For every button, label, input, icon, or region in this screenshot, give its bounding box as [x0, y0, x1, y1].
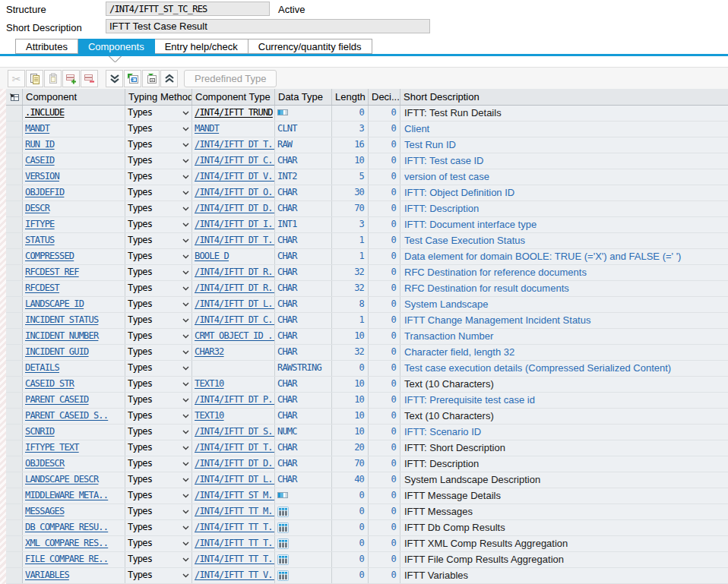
row-selector[interactable]	[6, 425, 23, 440]
description-cell[interactable]: IFTT File Comp Results Aggregation	[400, 552, 728, 567]
component-link[interactable]: INCIDENT_NUMBER	[25, 330, 98, 341]
component-type-link[interactable]: /INT4/IFTT_TT_T..	[195, 554, 275, 564]
component-link[interactable]: VERSION	[25, 171, 59, 182]
description-cell[interactable]: IFTT: Short Description	[400, 440, 728, 456]
component-type-link[interactable]: /INT4/IFTT_DT_T..	[195, 442, 275, 453]
component-type-link[interactable]: /INT4/IFTT_TT_T..	[195, 538, 275, 548]
typing-method-dropdown[interactable]: Types	[125, 313, 192, 328]
typing-method-dropdown[interactable]: Types	[125, 488, 192, 504]
typing-method-dropdown[interactable]: Types	[125, 440, 192, 456]
row-selector[interactable]	[6, 185, 23, 200]
component-link[interactable]: IFTYPE_TEXT	[25, 442, 79, 453]
component-type-link[interactable]: /INT4/IFTT_DT_R..	[195, 267, 275, 277]
row-selector[interactable]	[6, 233, 23, 248]
component-type-link[interactable]: /INT4/IFTT_DT_I..	[195, 219, 275, 229]
component-type-link[interactable]: CHAR32	[195, 346, 224, 357]
description-cell[interactable]: IFTT Db Comp Results	[400, 520, 728, 535]
row-selector[interactable]	[6, 552, 23, 567]
typing-method-dropdown[interactable]: Types	[125, 472, 192, 488]
copy-button[interactable]	[26, 70, 43, 87]
row-selector[interactable]	[6, 201, 23, 216]
row-selector[interactable]	[6, 137, 23, 153]
row-selector[interactable]	[6, 488, 23, 504]
typing-method-dropdown[interactable]: Types	[125, 393, 192, 408]
delete-row-button[interactable]	[81, 70, 98, 87]
description-cell[interactable]: IFTT Variables	[400, 568, 728, 583]
typing-method-dropdown[interactable]: Types	[125, 201, 192, 216]
component-link[interactable]: MIDDLEWARE_META..	[25, 490, 108, 500]
component-link[interactable]: RFCDEST	[25, 283, 59, 293]
row-selector[interactable]	[6, 393, 23, 408]
component-link[interactable]: .INCLUDE	[25, 107, 64, 118]
row-selector[interactable]	[6, 377, 23, 392]
component-link[interactable]: PARENT_CASEID_S..	[25, 410, 108, 421]
tab-attributes[interactable]: Attributes	[15, 39, 78, 54]
typing-method-dropdown[interactable]: Types	[125, 169, 192, 185]
select-all-cell[interactable]	[6, 89, 23, 105]
typing-method-dropdown[interactable]: Types	[125, 329, 192, 344]
component-type-link[interactable]: /INT4/IFTT_DT_R..	[195, 283, 275, 293]
typing-method-dropdown[interactable]: Types	[125, 520, 192, 535]
component-type-link[interactable]: /INT4/IFTT_DT_L..	[195, 298, 275, 309]
typing-method-dropdown[interactable]: Types	[125, 265, 192, 280]
component-type-link[interactable]: /INT4/IFTT_TT_T..	[195, 522, 275, 532]
typing-method-dropdown[interactable]: Types	[125, 504, 192, 519]
component-link[interactable]: SCNRID	[25, 426, 55, 437]
component-type-link[interactable]: /INT4/IFTT_DT_D..	[195, 458, 275, 469]
component-link[interactable]: FILE_COMPARE_RE..	[25, 554, 108, 564]
predefined-type-button[interactable]: Predefined Type	[184, 70, 277, 87]
typing-method-dropdown[interactable]: Types	[125, 233, 192, 248]
row-selector[interactable]	[6, 313, 23, 328]
move-top-button[interactable]	[160, 70, 178, 87]
row-selector[interactable]	[6, 281, 23, 296]
short-description-input[interactable]: IFTT Test Case Result	[106, 19, 430, 33]
description-cell[interactable]: IFTT XML Comp Results Aggregation	[400, 536, 728, 551]
description-cell[interactable]: IFTT Messages	[400, 504, 728, 519]
row-selector[interactable]	[6, 217, 23, 232]
row-selector[interactable]	[6, 122, 23, 137]
row-selector[interactable]	[6, 345, 23, 360]
insert-row-button[interactable]	[62, 70, 80, 87]
description-cell[interactable]: Text (10 Characters)	[400, 409, 728, 424]
typing-method-dropdown[interactable]: Types	[125, 185, 192, 200]
component-type-link[interactable]: /INT4/IFTT_DT_C..	[195, 314, 275, 325]
tab-components[interactable]: Components	[78, 39, 155, 54]
component-link[interactable]: STATUS	[25, 235, 55, 245]
component-type-link[interactable]: TEXT10	[195, 378, 224, 389]
description-cell[interactable]: IFTT: Test Run Details	[400, 106, 728, 121]
typing-method-dropdown[interactable]: Types	[125, 297, 192, 312]
paste-button[interactable]	[44, 70, 62, 87]
component-link[interactable]: RUN_ID	[25, 139, 55, 150]
component-link[interactable]: VARIABLES	[25, 570, 69, 580]
row-selector[interactable]	[6, 472, 23, 488]
component-type-link[interactable]: /INT4/IFTT_DT_T..	[195, 235, 275, 245]
typing-method-dropdown[interactable]: Types	[125, 345, 192, 360]
component-type-link[interactable]: /INT4/IFTT_TRUND	[195, 107, 273, 118]
component-link[interactable]: PARENT_CASEID	[25, 394, 89, 405]
component-link[interactable]: OBJDEFID	[25, 187, 64, 197]
component-type-link[interactable]: /INT4/IFTT_DT_P..	[195, 394, 275, 405]
typing-method-dropdown[interactable]: Types	[125, 137, 192, 153]
typing-method-dropdown[interactable]: Types	[125, 153, 192, 169]
expand-include-button[interactable]	[124, 70, 141, 87]
description-cell[interactable]: Text (10 Characters)	[400, 377, 728, 392]
typing-method-dropdown[interactable]: Types	[125, 361, 192, 376]
component-link[interactable]: DETAILS	[25, 362, 59, 373]
row-selector[interactable]	[6, 329, 23, 344]
row-selector[interactable]	[6, 536, 23, 551]
component-type-link[interactable]: MANDT	[195, 123, 219, 134]
component-link[interactable]: LANDSCAPE_ID	[25, 298, 84, 309]
row-selector[interactable]	[6, 504, 23, 519]
component-type-link[interactable]: /INT4/IFTT_DT_V..	[195, 171, 275, 182]
collapse-include-button[interactable]	[142, 70, 160, 87]
row-selector[interactable]	[6, 520, 23, 535]
component-link[interactable]: IFTYPE	[25, 219, 55, 229]
component-link[interactable]: CASEID	[25, 155, 55, 166]
component-link[interactable]: MESSAGES	[25, 506, 64, 516]
row-selector[interactable]	[6, 440, 23, 456]
row-selector[interactable]	[6, 409, 23, 424]
tab-entry-help-check[interactable]: Entry help/check	[155, 39, 248, 54]
typing-method-dropdown[interactable]: Types	[125, 536, 192, 551]
component-type-link[interactable]: /INT4/IFTT_DT_L..	[195, 474, 275, 485]
row-selector[interactable]	[6, 456, 23, 472]
